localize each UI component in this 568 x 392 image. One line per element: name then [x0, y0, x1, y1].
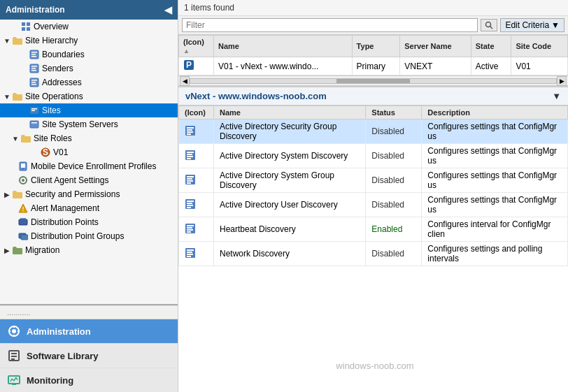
- sidebar-item-senders[interactable]: Senders: [0, 61, 178, 75]
- sidebar-label-v01: V01: [53, 147, 68, 157]
- folder-icon-site-roles: [20, 133, 31, 144]
- detail-row-name: Active Directory User Discovery: [214, 193, 366, 217]
- detail-table-row[interactable]: Active Directory User Discovery Disabled…: [179, 193, 568, 217]
- svg-rect-56: [187, 127, 194, 129]
- detail-collapse-arrow[interactable]: ▼: [552, 91, 561, 101]
- detail-row-status: Disabled: [366, 144, 422, 168]
- svg-rect-81: [187, 249, 194, 251]
- sidebar-collapse-arrow[interactable]: ◀: [164, 4, 172, 15]
- toggle-migration[interactable]: ▶: [3, 247, 11, 254]
- hscroll-right-btn[interactable]: ▶: [557, 76, 567, 86]
- sidebar-item-site-roles[interactable]: ▼ Site Roles: [0, 131, 178, 145]
- hscroll-track[interactable]: [190, 78, 557, 84]
- hscroll-thumb[interactable]: [336, 79, 410, 83]
- detail-col-name[interactable]: Name: [214, 106, 366, 119]
- svg-rect-62: [187, 154, 192, 155]
- detail-row-icon-cell: [179, 119, 214, 144]
- detail-row-icon: [185, 150, 196, 161]
- detail-row-description: Configures settings that ConfigMgr us: [422, 193, 568, 217]
- sidebar-item-dist-points[interactable]: Distribution Points: [0, 215, 178, 229]
- sidebar-label-site-system-servers: Site System Servers: [42, 119, 118, 129]
- dist-point-groups-icon: [17, 231, 29, 242]
- svg-rect-57: [187, 129, 192, 131]
- detail-row-status: Disabled: [366, 119, 422, 144]
- detail-row-icon: [185, 198, 196, 210]
- detail-table: (Icon) Name Status Description Active Di…: [178, 106, 568, 266]
- detail-row-description: Configures settings that ConfigMgr us: [422, 168, 568, 193]
- sidebar-item-addresses[interactable]: Addresses: [0, 75, 178, 89]
- row-primary-icon: P: [183, 59, 194, 71]
- col-state[interactable]: State: [471, 36, 511, 57]
- nav-tab-software-library[interactable]: Software Library: [0, 343, 178, 368]
- sidebar-item-migration[interactable]: ▶ Migration: [0, 243, 178, 257]
- sidebar-item-boundaries[interactable]: Boundaries: [0, 48, 178, 61]
- col-site-code[interactable]: Site Code: [511, 36, 568, 57]
- toggle-security[interactable]: ▶: [3, 191, 11, 198]
- edit-criteria-button[interactable]: Edit Criteria ▼: [500, 18, 565, 32]
- table-row[interactable]: P V01 - vNext - www.windo... Primary VNE…: [179, 57, 568, 75]
- svg-rect-78: [187, 229, 193, 231]
- sidebar-label-alert-mgmt: Alert Management: [31, 203, 99, 213]
- sidebar-item-alert-mgmt[interactable]: Alert Management: [0, 201, 178, 215]
- sidebar-label-overview: Overview: [34, 22, 69, 31]
- detail-row-icon: [185, 223, 196, 234]
- sidebar-item-sites[interactable]: Sites: [0, 103, 178, 117]
- monitoring-tab-icon: [7, 373, 21, 387]
- svg-rect-44: [11, 358, 15, 360]
- sidebar-item-v01[interactable]: S V01: [0, 145, 178, 159]
- nav-tab-monitoring[interactable]: Monitoring: [0, 368, 178, 392]
- detail-col-status[interactable]: Status: [366, 106, 422, 119]
- hscroll-left-btn[interactable]: ◀: [180, 76, 190, 86]
- sidebar-item-site-system-servers[interactable]: Site System Servers: [0, 117, 178, 131]
- col-icon[interactable]: (Icon) ▲: [179, 36, 214, 57]
- row-server-name: VNEXT: [400, 57, 471, 75]
- svg-point-36: [12, 329, 16, 333]
- svg-rect-20: [31, 122, 37, 124]
- col-name[interactable]: Name: [214, 36, 353, 57]
- sidebar-item-dist-point-groups[interactable]: Distribution Point Groups: [0, 229, 178, 243]
- sidebar-item-mobile-device[interactable]: Mobile Device Enrollment Profiles: [0, 159, 178, 173]
- detail-col-description[interactable]: Description: [422, 106, 568, 119]
- sidebar: Administration ◀ Overview ▼ Site Hierarc…: [0, 0, 178, 392]
- result-bar: 1 items found: [178, 0, 568, 16]
- detail-row-icon-cell: [179, 217, 214, 242]
- sidebar-item-client-agent[interactable]: Client Agent Settings: [0, 173, 178, 187]
- senders-icon: [29, 63, 40, 74]
- toggle-site-operations[interactable]: ▼: [3, 93, 11, 101]
- col-server-name[interactable]: Server Name: [400, 36, 471, 57]
- detail-row-description: Configures settings that ConfigMgr us: [422, 119, 568, 144]
- mobile-device-icon: [17, 161, 29, 172]
- folder-icon-site-hierarchy: [12, 35, 23, 46]
- sidebar-item-overview[interactable]: Overview: [0, 20, 178, 34]
- svg-rect-14: [31, 82, 36, 83]
- detail-table-row[interactable]: Active Directory Security Group Discover…: [179, 119, 568, 144]
- sidebar-header: Administration ◀: [0, 0, 178, 20]
- sidebar-item-security[interactable]: ▶ Security and Permissions: [0, 187, 178, 201]
- detail-table-row[interactable]: Active Directory System Discovery Disabl…: [179, 144, 568, 168]
- detail-table-row[interactable]: Active Directory System Group Discovery …: [179, 168, 568, 193]
- svg-rect-72: [187, 203, 192, 204]
- detail-table-row[interactable]: Network Discovery Disabled Configures se…: [179, 242, 568, 266]
- toggle-site-hierarchy[interactable]: ▼: [3, 37, 11, 45]
- detail-row-name: Active Directory System Discovery: [214, 144, 366, 168]
- sidebar-item-site-operations[interactable]: ▼ Site Operations: [0, 89, 178, 103]
- row-name: V01 - vNext - www.windo...: [214, 57, 353, 75]
- row-icon-cell: P: [179, 57, 214, 75]
- site-system-servers-icon: [29, 119, 40, 130]
- sidebar-item-site-hierarchy[interactable]: ▼ Site Hierarchy: [0, 34, 178, 48]
- filter-search-button[interactable]: [481, 19, 497, 31]
- svg-rect-46: [12, 384, 16, 385]
- col-type[interactable]: Type: [352, 36, 400, 57]
- detail-row-description: Configures settings that ConfigMgr us: [422, 144, 568, 168]
- filter-input[interactable]: [182, 18, 478, 32]
- detail-row-status: Disabled: [366, 168, 422, 193]
- svg-rect-67: [187, 178, 192, 180]
- nav-tab-administration[interactable]: Administration: [0, 319, 178, 343]
- detail-table-row[interactable]: Heartbeat Discovery Enabled Configures i…: [179, 217, 568, 242]
- svg-point-27: [22, 179, 24, 182]
- svg-rect-13: [31, 80, 37, 81]
- toggle-site-roles[interactable]: ▼: [11, 135, 20, 143]
- detail-col-icon[interactable]: (Icon): [179, 106, 214, 119]
- sidebar-label-migration: Migration: [25, 245, 59, 255]
- top-table-hscroll[interactable]: ◀ ▶: [178, 75, 568, 85]
